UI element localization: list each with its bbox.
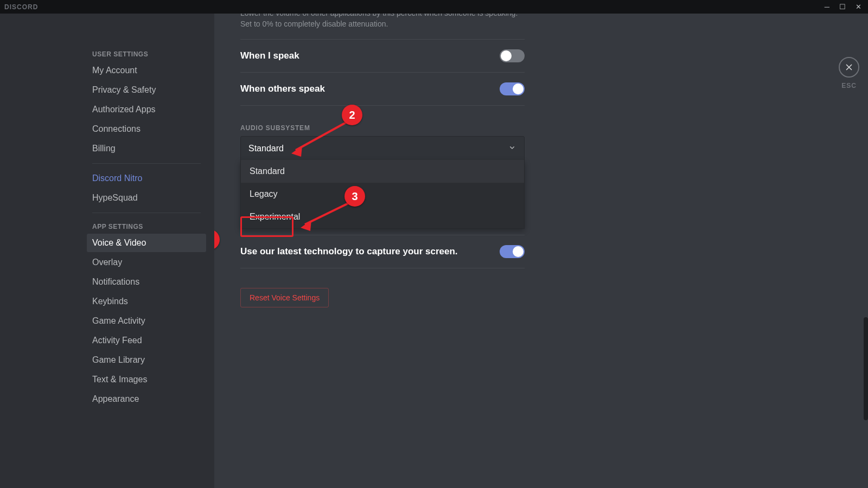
toggle-when-others-speak[interactable] — [500, 82, 525, 95]
sidebar-item-text-images[interactable]: Text & Images — [87, 370, 206, 389]
annotation-callout-2: 2 — [342, 105, 362, 125]
label-when-i-speak: When I speak — [240, 50, 299, 61]
maximize-icon[interactable]: ☐ — [839, 3, 846, 10]
sidebar-item-connections[interactable]: Connections — [87, 120, 206, 138]
dropdown-option-standard[interactable]: Standard — [241, 160, 524, 183]
attenuation-description: Lower the volume of other applications b… — [240, 14, 525, 40]
reset-voice-settings-button[interactable]: Reset Voice Settings — [240, 288, 329, 307]
settings-content: Lower the volume of other applications b… — [214, 14, 868, 488]
sidebar-item-game-activity[interactable]: Game Activity — [87, 312, 206, 330]
close-icon — [844, 62, 854, 72]
svg-marker-5 — [301, 220, 311, 231]
esc-label: ESC — [841, 82, 857, 89]
chevron-down-icon — [508, 143, 516, 154]
sidebar-section-user: USER SETTINGS — [87, 46, 206, 61]
sidebar-item-notifications[interactable]: Notifications — [87, 273, 206, 291]
sidebar-item-privacy[interactable]: Privacy & Safety — [87, 81, 206, 99]
sidebar-divider — [92, 213, 201, 213]
row-when-i-speak: When I speak — [240, 40, 525, 73]
sidebar-item-nitro[interactable]: Discord Nitro — [87, 169, 206, 188]
sidebar-item-my-account[interactable]: My Account — [87, 61, 206, 80]
row-latest-tech: Use our latest technology to capture you… — [240, 235, 525, 268]
sidebar-item-hypesquad[interactable]: HypeSquad — [87, 189, 206, 207]
window-controls: ─ ☐ ✕ — [825, 3, 864, 10]
sidebar-item-authorized-apps[interactable]: Authorized Apps — [87, 100, 206, 119]
sidebar-item-activity-feed[interactable]: Activity Feed — [87, 331, 206, 350]
label-when-others-speak: When others speak — [240, 84, 325, 94]
brand-wordmark: DISCORD — [4, 3, 38, 11]
svg-line-4 — [305, 202, 352, 224]
window-titlebar: DISCORD ─ ☐ ✕ — [0, 0, 868, 14]
sidebar-item-appearance[interactable]: Appearance — [87, 390, 206, 408]
annotation-highlight-legacy — [240, 216, 293, 237]
svg-line-2 — [296, 121, 349, 150]
annotation-arrow-2 — [285, 117, 355, 160]
sidebar-section-app: APP SETTINGS — [87, 219, 206, 234]
sidebar-divider — [92, 163, 201, 164]
sidebar-item-voice-video[interactable]: Voice & Video — [87, 234, 206, 252]
row-when-others-speak: When others speak — [240, 73, 525, 106]
sidebar-item-overlay[interactable]: Overlay — [87, 253, 206, 272]
dropdown-selected-value: Standard — [248, 144, 284, 153]
audio-subsystem-dropdown-wrap: Standard Standard Legacy Experimental — [240, 136, 525, 161]
close-settings-button[interactable] — [839, 57, 859, 78]
close-window-icon[interactable]: ✕ — [856, 3, 861, 10]
toggle-when-i-speak[interactable] — [500, 49, 525, 62]
close-column: ESC — [830, 14, 868, 488]
dropdown-option-legacy[interactable]: Legacy — [241, 183, 524, 206]
annotation-callout-3: 3 — [344, 186, 365, 207]
sidebar-item-keybinds[interactable]: Keybinds — [87, 292, 206, 311]
audio-subsystem-dropdown[interactable]: Standard — [240, 136, 525, 161]
settings-sidebar: USER SETTINGS My Account Privacy & Safet… — [0, 14, 214, 488]
sidebar-item-billing[interactable]: Billing — [87, 139, 206, 158]
header-audio-subsystem: AUDIO SUBSYSTEM — [240, 106, 525, 136]
scrollbar-thumb[interactable] — [864, 317, 868, 420]
svg-marker-3 — [291, 146, 302, 157]
label-latest-tech: Use our latest technology to capture you… — [240, 246, 458, 257]
toggle-latest-tech[interactable] — [500, 245, 525, 258]
sidebar-item-game-library[interactable]: Game Library — [87, 351, 206, 369]
minimize-icon[interactable]: ─ — [825, 3, 829, 10]
